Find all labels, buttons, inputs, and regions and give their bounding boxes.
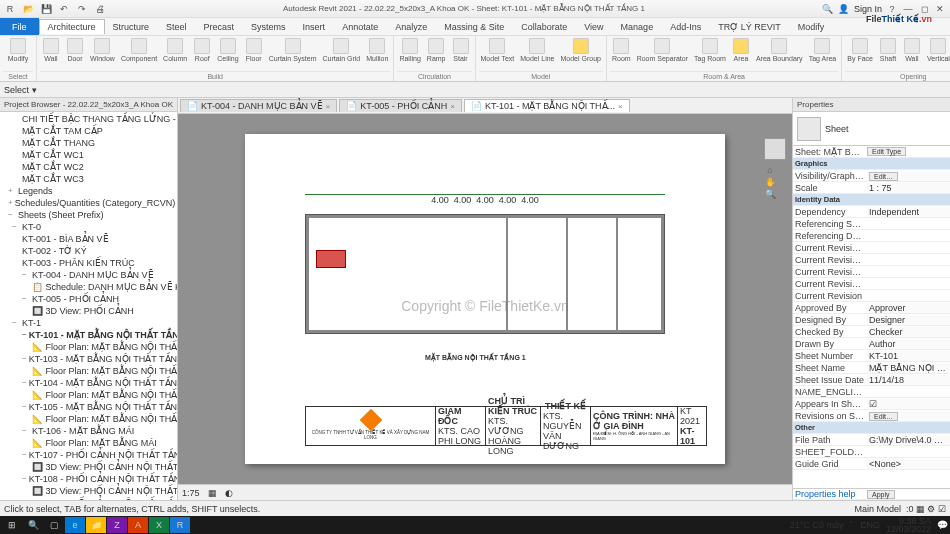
tree-item[interactable]: −KT-1 — [0, 317, 177, 329]
tab-collaborate[interactable]: Collaborate — [513, 20, 576, 34]
tree-item[interactable]: −KT-109 - PHỐI CẢNH NỘI THẤT TẦNG 2 — [0, 497, 177, 500]
tree-item[interactable]: 📋 Schedule: DANH MỤC BẢN VẼ KIẾN TRÚC — [0, 281, 177, 293]
undo-icon[interactable]: ↶ — [58, 3, 70, 15]
tab-precast[interactable]: Precast — [196, 20, 244, 34]
select-dropdown[interactable]: Select ▾ — [4, 85, 37, 95]
tab-systems[interactable]: Systems — [243, 20, 295, 34]
tab-view[interactable]: View — [576, 20, 612, 34]
tree-item[interactable]: MẶT CẮT WC2 — [0, 161, 177, 173]
tree-item[interactable]: CHI TIẾT BẬC THANG TẦNG LỬNG - TẦNG 2 — [0, 113, 177, 125]
tree-item[interactable]: MẶT CẮT WC3 — [0, 173, 177, 185]
close-tab-icon[interactable]: × — [326, 102, 331, 111]
tree-item[interactable]: KT-001 - BÌA BẢN VẼ — [0, 233, 177, 245]
mullion-button[interactable]: Mullion — [364, 37, 390, 63]
document-tab[interactable]: 📄KT-004 - DANH MỤC BẢN VẼ× — [180, 99, 337, 112]
tree-item[interactable]: 📐 Floor Plan: MẶT BẰNG NỘI THẤT TẦNG LỬN… — [0, 389, 177, 401]
property-row[interactable]: Checked ByChecker — [793, 326, 950, 338]
view-cube[interactable] — [764, 138, 786, 160]
floor-plan-view[interactable] — [305, 214, 665, 334]
property-row[interactable]: SHEET_FOLDER — [793, 446, 950, 458]
element-type[interactable]: Sheet — [825, 124, 849, 134]
tree-item[interactable]: −KT-103 - MẶT BẰNG NỘI THẤT TẦNG 2 — [0, 353, 177, 365]
roomseparator-button[interactable]: Room Separator — [635, 37, 690, 63]
pan-icon[interactable]: ✋ — [764, 176, 776, 188]
edge-icon[interactable]: e — [65, 517, 85, 533]
close-tab-icon[interactable]: × — [450, 102, 455, 111]
tree-item[interactable]: KT-002 - TỜ KÝ — [0, 245, 177, 257]
property-row[interactable]: Sheet Issue Date11/14/18 — [793, 374, 950, 386]
instance-selector[interactable]: Sheet: MẶT BẰNG N… — [793, 147, 867, 157]
floor-button[interactable]: Floor — [243, 37, 265, 63]
revit-icon[interactable]: R — [170, 517, 190, 533]
edit-button[interactable]: Edit… — [869, 172, 898, 181]
vertical-button[interactable]: Vertical — [925, 37, 950, 63]
tree-item[interactable]: 📐 Floor Plan: MẶT BẰNG NỘI THẤT TẦNG 2 — [0, 365, 177, 377]
detail-level-icon[interactable]: ▦ — [208, 488, 217, 498]
tab-analyze[interactable]: Analyze — [387, 20, 436, 34]
search-icon[interactable]: 🔍 — [822, 3, 834, 15]
property-row[interactable]: Current Revisio… — [793, 266, 950, 278]
tree-item[interactable]: +Legends — [0, 185, 177, 197]
tab-structure[interactable]: Structure — [105, 20, 159, 34]
tree-item[interactable]: −KT-108 - PHỐI CẢNH NỘI THẤT TẦNG LỬNG — [0, 473, 177, 485]
tree-item[interactable]: −KT-106 - MẶT BẰNG MÁI — [0, 425, 177, 437]
property-row[interactable]: Approved ByApprover — [793, 302, 950, 314]
column-button[interactable]: Column — [161, 37, 189, 63]
notifications-icon[interactable]: 💬 — [937, 520, 948, 530]
tree-item[interactable]: 📐 Floor Plan: MẶT BẰNG NỘI THẤT TẦNG 3 — [0, 413, 177, 425]
modeltext-button[interactable]: Model Text — [479, 37, 517, 63]
tab-insert[interactable]: Insert — [295, 20, 335, 34]
property-row[interactable]: Revisions on Sh…Edit… — [793, 410, 950, 422]
clock-date[interactable]: 12/03/2022 — [886, 525, 931, 533]
window-button[interactable]: Window — [88, 37, 117, 63]
save-icon[interactable]: 💾 — [40, 3, 52, 15]
apply-button[interactable]: Apply — [867, 490, 895, 499]
explorer-icon[interactable]: 📁 — [86, 517, 106, 533]
roof-button[interactable]: Roof — [191, 37, 213, 63]
tree-item[interactable]: 📐 Floor Plan: MẶT BẰNG NỘI THẤT TẦNG 1 — [0, 341, 177, 353]
tree-item[interactable]: 🔲 3D View: PHỐI CẢNH — [0, 305, 177, 317]
door-button[interactable]: Door — [64, 37, 86, 63]
property-row[interactable]: Sheet NameMẶT BẰNG NỘI … — [793, 362, 950, 374]
tree-item[interactable]: MẶT CẮT TAM CẤP — [0, 125, 177, 137]
tree-item[interactable]: +Schedules/Quantities (Category_RCVN) — [0, 197, 177, 209]
property-row[interactable]: File PathG:\My Drive\4.0 … — [793, 434, 950, 446]
user-icon[interactable]: 👤 — [838, 3, 850, 15]
curtainsystem-button[interactable]: Curtain System — [267, 37, 319, 63]
property-row[interactable]: Current Revisio… — [793, 278, 950, 290]
tree-item[interactable]: −KT-107 - PHỐI CẢNH NỘI THẤT TẦNG 1 — [0, 449, 177, 461]
worksharing-model[interactable]: Main Model — [854, 504, 901, 514]
properties-help-link[interactable]: Properties help — [793, 489, 867, 499]
sheet-viewport[interactable]: 4.00 4.00 4.00 4.00 4.00 MẶT BẰNG NỘI TH… — [178, 114, 792, 484]
shaft-button[interactable]: Shaft — [877, 37, 899, 63]
tree-item[interactable]: −KT-105 - MẶT BẰNG NỘI THẤT TẦNG 3 — [0, 401, 177, 413]
modelline-button[interactable]: Model Line — [518, 37, 556, 63]
excel-icon[interactable]: X — [149, 517, 169, 533]
property-row[interactable]: Appears In Shee…☑ — [793, 398, 950, 410]
tab-architecture[interactable]: Architecture — [39, 19, 105, 34]
property-row[interactable]: Referencing Sh… — [793, 218, 950, 230]
property-row[interactable]: Visibility/Graphi…Edit… — [793, 170, 950, 182]
tab-modify[interactable]: Modify — [790, 20, 834, 34]
modify-button[interactable]: Modify — [3, 37, 33, 63]
tab-annotate[interactable]: Annotate — [334, 20, 387, 34]
property-row[interactable]: Scale1 : 75 — [793, 182, 950, 194]
autocad-icon[interactable]: A — [128, 517, 148, 533]
component-button[interactable]: Component — [119, 37, 159, 63]
close-tab-icon[interactable]: × — [618, 102, 623, 111]
property-row[interactable]: Sheet NumberKT-101 — [793, 350, 950, 362]
tray-chevron-icon[interactable]: ˄ — [849, 520, 854, 530]
ramp-button[interactable]: Ramp — [425, 37, 448, 63]
document-tab[interactable]: 📄KT-101 - MẶT BẰNG NỘI THẤ...× — [464, 99, 630, 112]
ceiling-button[interactable]: Ceiling — [215, 37, 240, 63]
print-icon[interactable]: 🖨 — [94, 3, 106, 15]
edit-type-button[interactable]: Edit Type — [867, 147, 906, 156]
stair-button[interactable]: Stair — [450, 37, 472, 63]
property-row[interactable]: Referencing Det… — [793, 230, 950, 242]
area-button[interactable]: Area — [730, 37, 752, 63]
start-icon[interactable]: ⊞ — [2, 517, 22, 533]
tree-item[interactable]: −Sheets (Sheet Prefix) — [0, 209, 177, 221]
room-button[interactable]: Room — [610, 37, 633, 63]
tree-item[interactable]: KT-003 - PHÂN KIẾN TRÚC — [0, 257, 177, 269]
tree-item[interactable]: 🔲 3D View: PHỐI CẢNH NỘI THẤT TẦNG 1 — [0, 461, 177, 473]
